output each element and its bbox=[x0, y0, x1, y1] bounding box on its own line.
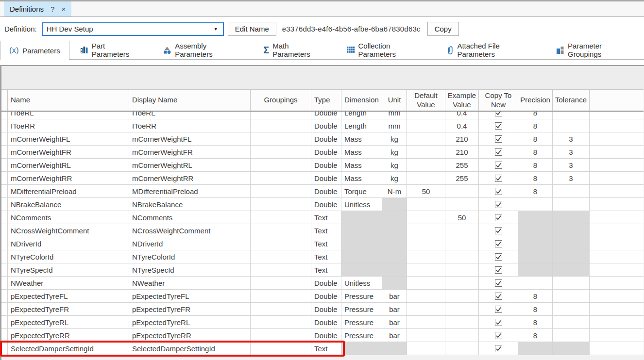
cell-name[interactable]: NDriverId bbox=[8, 237, 129, 250]
column-header-groupings[interactable]: Groupings bbox=[251, 90, 311, 112]
cell-example[interactable] bbox=[445, 303, 479, 316]
table-row[interactable]: NTyreColorIdNTyreColorIdText bbox=[1, 250, 644, 263]
cell-precision[interactable]: 8 bbox=[518, 316, 553, 329]
cell-name[interactable]: mCornerWeightRL bbox=[8, 159, 129, 172]
cell-example[interactable]: 50 bbox=[445, 211, 479, 224]
table-row[interactable]: NBrakeBalanceNBrakeBalanceDoubleUnitless bbox=[1, 198, 644, 211]
cell-example[interactable] bbox=[445, 198, 479, 211]
cell-type[interactable]: Double bbox=[311, 112, 341, 119]
cell-groupings[interactable] bbox=[251, 198, 311, 211]
copy-to-new-checkbox[interactable] bbox=[495, 112, 502, 116]
cell-precision[interactable]: 8 bbox=[518, 329, 553, 342]
column-header-unit[interactable]: Unit bbox=[382, 90, 407, 112]
definition-dropdown[interactable]: HH Dev Setup ▼ bbox=[42, 22, 224, 36]
cell-groupings[interactable] bbox=[251, 185, 311, 198]
cell-type[interactable]: Text bbox=[311, 263, 341, 277]
cell-dimension[interactable]: Mass bbox=[341, 159, 382, 172]
cell-tolerance[interactable] bbox=[553, 112, 590, 119]
copy-to-new-checkbox[interactable] bbox=[495, 135, 502, 143]
cell-tolerance[interactable] bbox=[553, 198, 590, 211]
table-row[interactable]: mCornerWeightRRmCornerWeightRRDoubleMass… bbox=[1, 172, 644, 185]
table-row[interactable]: pExpectedTyreFRpExpectedTyreFRDoublePres… bbox=[1, 303, 644, 316]
cell-unit[interactable]: bar bbox=[382, 290, 407, 303]
cell-precision[interactable]: 8 bbox=[518, 159, 553, 172]
cell-unit[interactable]: kg bbox=[382, 132, 407, 146]
cell-example[interactable]: 0.4 bbox=[445, 119, 479, 132]
cell-groupings[interactable] bbox=[251, 329, 311, 342]
cell-groupings[interactable] bbox=[251, 237, 311, 250]
cell-tolerance[interactable] bbox=[553, 277, 590, 290]
cell-dimension[interactable]: Length bbox=[341, 119, 382, 132]
cell-groupings[interactable] bbox=[251, 290, 311, 303]
table-row[interactable]: pExpectedTyreRRpExpectedTyreRRDoublePres… bbox=[1, 329, 644, 342]
cell-display[interactable]: pExpectedTyreFL bbox=[129, 290, 251, 303]
cell-type[interactable]: Text bbox=[311, 250, 341, 263]
table-row[interactable]: NWeatherNWeatherDoubleUnitless bbox=[1, 277, 644, 290]
cell-tolerance[interactable]: 3 bbox=[553, 146, 590, 159]
cell-default[interactable] bbox=[407, 224, 445, 237]
table-row[interactable]: mCornerWeightFRmCornerWeightFRDoubleMass… bbox=[1, 146, 644, 159]
cell-name[interactable]: pExpectedTyreRL bbox=[8, 316, 129, 329]
cell-type[interactable]: Double bbox=[311, 132, 341, 146]
tab-parameter-groupings[interactable]: Parameter Groupings bbox=[545, 41, 644, 59]
cell-default[interactable] bbox=[407, 329, 445, 342]
column-header-copy[interactable]: Copy To New bbox=[479, 90, 518, 112]
cell-precision[interactable]: 8 bbox=[518, 146, 553, 159]
cell-precision[interactable]: 8 bbox=[518, 172, 553, 185]
cell-name[interactable]: mCornerWeightFL bbox=[8, 132, 129, 146]
cell-groupings[interactable] bbox=[251, 112, 311, 119]
cell-dimension[interactable]: Pressure bbox=[341, 290, 382, 303]
table-row[interactable]: pExpectedTyreFLpExpectedTyreFLDoublePres… bbox=[1, 290, 644, 303]
column-header-type[interactable]: Type bbox=[311, 90, 341, 112]
cell-display[interactable]: SelectedDamperSettingId bbox=[129, 342, 251, 355]
cell-precision[interactable] bbox=[518, 277, 553, 290]
cell-dimension[interactable]: Pressure bbox=[341, 316, 382, 329]
edit-name-button[interactable]: Edit Name bbox=[228, 22, 276, 36]
cell-groupings[interactable] bbox=[251, 277, 311, 290]
cell-default[interactable] bbox=[407, 277, 445, 290]
cell-precision[interactable]: 8 bbox=[518, 290, 553, 303]
cell-default[interactable] bbox=[407, 146, 445, 159]
tab-assembly-parameters[interactable]: Assembly Parameters bbox=[152, 41, 253, 59]
cell-type[interactable]: Text bbox=[311, 342, 341, 355]
cell-groupings[interactable] bbox=[251, 250, 311, 263]
cell-tolerance[interactable]: 3 bbox=[553, 159, 590, 172]
cell-unit[interactable]: kg bbox=[382, 159, 407, 172]
cell-name[interactable]: NTyreColorId bbox=[8, 250, 129, 263]
cell-default[interactable] bbox=[407, 112, 445, 119]
cell-display[interactable]: NTyreColorId bbox=[129, 250, 251, 263]
cell-display[interactable]: pExpectedTyreRR bbox=[129, 329, 251, 342]
cell-precision[interactable]: 8 bbox=[518, 303, 553, 316]
cell-name[interactable]: pExpectedTyreFL bbox=[8, 290, 129, 303]
table-row[interactable]: NDriverIdNDriverIdText bbox=[1, 237, 644, 250]
copy-to-new-checkbox[interactable] bbox=[495, 148, 502, 156]
copy-to-new-checkbox[interactable] bbox=[495, 188, 502, 195]
cell-name[interactable]: MDifferentialPreload bbox=[8, 185, 129, 198]
table-row[interactable]: SelectedDamperSettingIdSelectedDamperSet… bbox=[1, 342, 644, 355]
cell-example[interactable]: 255 bbox=[445, 172, 479, 185]
cell-type[interactable]: Double bbox=[311, 303, 341, 316]
cell-default[interactable] bbox=[407, 290, 445, 303]
cell-example[interactable] bbox=[445, 185, 479, 198]
cell-dimension[interactable]: Mass bbox=[341, 146, 382, 159]
cell-display[interactable]: NBrakeBalance bbox=[129, 198, 251, 211]
cell-type[interactable]: Text bbox=[311, 224, 341, 237]
cell-name[interactable]: NCrossWeightComment bbox=[8, 224, 129, 237]
cell-display[interactable]: NCrossWeightComment bbox=[129, 224, 251, 237]
cell-name[interactable]: NComments bbox=[8, 211, 129, 224]
cell-tolerance[interactable]: 3 bbox=[553, 132, 590, 146]
cell-name[interactable]: IToeRR bbox=[8, 119, 129, 132]
copy-to-new-checkbox[interactable] bbox=[495, 319, 502, 326]
cell-default[interactable] bbox=[407, 119, 445, 132]
column-header-display[interactable]: Display Name bbox=[129, 90, 251, 112]
cell-default[interactable] bbox=[407, 172, 445, 185]
cell-unit[interactable]: kg bbox=[382, 172, 407, 185]
tab-parameters[interactable]: (x)Parameters bbox=[0, 41, 69, 60]
cell-groupings[interactable] bbox=[251, 303, 311, 316]
cell-display[interactable]: IToeRL bbox=[129, 112, 251, 119]
cell-name[interactable]: pExpectedTyreFR bbox=[8, 303, 129, 316]
cell-groupings[interactable] bbox=[251, 263, 311, 277]
copy-to-new-checkbox[interactable] bbox=[495, 293, 502, 300]
cell-tolerance[interactable] bbox=[553, 290, 590, 303]
column-header-precision[interactable]: Precision bbox=[518, 90, 553, 112]
